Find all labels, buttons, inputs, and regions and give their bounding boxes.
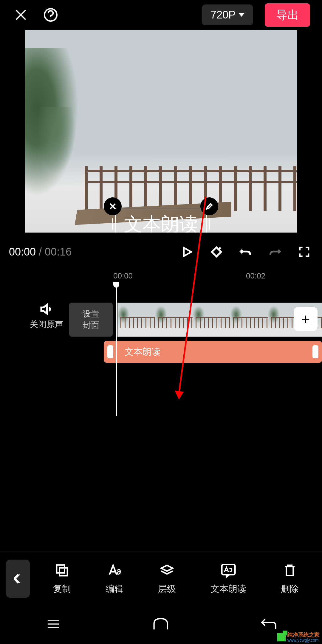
overlay-text: 文本朗读: [124, 212, 198, 233]
timeline-area: 00:00 00:02 关闭原声 设置 封面 + 文本朗读: [0, 270, 322, 416]
current-time: 00:00: [9, 246, 36, 258]
speaker-icon: [40, 303, 53, 316]
clip-thumbnail[interactable]: [230, 303, 268, 337]
preview-frame: [25, 30, 297, 233]
watermark: 纯净系统之家 www.ycwgjy.com: [277, 632, 320, 642]
time-separator: /: [39, 246, 42, 258]
clip-trim-handle-right[interactable]: [312, 345, 318, 358]
text-icon: [106, 562, 123, 579]
add-clip-button[interactable]: +: [294, 307, 318, 331]
undo-button[interactable]: [237, 243, 255, 261]
timeline-ruler[interactable]: 00:00 00:02: [0, 270, 322, 282]
pencil-icon: [205, 202, 213, 210]
clip-thumbnail[interactable]: [117, 303, 155, 337]
watermark-logo-icon: [277, 633, 286, 641]
time-display: 00:00 / 00:16: [9, 246, 72, 258]
close-icon: [15, 9, 27, 21]
clip-thumbnail[interactable]: [193, 303, 230, 337]
trash-icon: [281, 562, 298, 579]
toolbar-back-button[interactable]: [6, 560, 30, 598]
text-clip-label: 文本朗读: [125, 346, 160, 358]
resolution-dropdown[interactable]: 720P: [202, 4, 253, 25]
video-track[interactable]: [117, 303, 322, 337]
ruler-mark: 00:00: [113, 271, 133, 281]
play-icon: [182, 246, 193, 258]
clip-thumbnail[interactable]: [155, 303, 193, 337]
video-preview[interactable]: 文本朗读: [25, 30, 297, 233]
svg-rect-7: [222, 565, 235, 575]
nav-menu-button[interactable]: [45, 619, 61, 631]
mute-original-sound[interactable]: 关闭原声: [30, 303, 63, 330]
help-icon: [44, 8, 58, 22]
undo-icon: [239, 246, 252, 258]
play-button[interactable]: [178, 243, 196, 261]
system-nav-bar: [0, 605, 322, 644]
toolbar-delete[interactable]: 删除: [281, 562, 299, 595]
tts-icon: [220, 562, 237, 579]
close-button[interactable]: [12, 6, 30, 24]
svg-rect-5: [57, 565, 64, 573]
toolbar-edit[interactable]: 编辑: [106, 562, 123, 595]
nav-home-button[interactable]: [152, 617, 169, 632]
diamond-plus-icon: [210, 246, 223, 258]
toolbar-text-to-speech[interactable]: 文本朗读: [210, 562, 246, 595]
copy-icon: [54, 562, 70, 579]
keyframe-button[interactable]: [208, 243, 225, 261]
toolbar-layers[interactable]: 层级: [158, 562, 176, 595]
fullscreen-button[interactable]: [295, 243, 313, 261]
close-icon: [109, 202, 117, 210]
bottom-toolbar: 复制 编辑 层级 文本朗读 删除: [0, 552, 322, 605]
resolution-value: 720P: [210, 9, 236, 21]
redo-button[interactable]: [266, 243, 284, 261]
back-icon: [260, 617, 277, 631]
svg-rect-6: [60, 568, 67, 576]
export-button[interactable]: 导出: [265, 3, 310, 27]
help-button[interactable]: [42, 6, 60, 24]
ruler-mark: 00:02: [246, 271, 265, 281]
top-bar: 720P 导出: [0, 0, 322, 30]
overlay-edit-handle[interactable]: [200, 197, 218, 215]
chevron-down-icon: [239, 13, 244, 17]
text-overlay-box[interactable]: 文本朗读: [115, 209, 207, 233]
set-cover-button[interactable]: 设置 封面: [69, 303, 113, 337]
plus-icon: +: [301, 310, 310, 328]
playhead[interactable]: [116, 282, 117, 416]
clip-trim-handle-left[interactable]: [107, 345, 113, 358]
timeline-tracks[interactable]: 关闭原声 设置 封面 + 文本朗读: [0, 282, 322, 416]
text-track-clip[interactable]: 文本朗读: [104, 341, 322, 363]
nav-back-button[interactable]: [260, 617, 277, 632]
home-icon: [152, 617, 169, 631]
total-time: 00:16: [45, 246, 72, 258]
overlay-delete-handle[interactable]: [104, 197, 122, 215]
toolbar-copy[interactable]: 复制: [53, 562, 71, 595]
menu-icon: [45, 619, 61, 629]
playback-bar: 00:00 / 00:16: [0, 237, 322, 267]
fullscreen-icon: [298, 246, 310, 258]
redo-icon: [269, 246, 281, 258]
layers-icon: [159, 562, 175, 579]
chevron-left-icon: [14, 573, 22, 585]
